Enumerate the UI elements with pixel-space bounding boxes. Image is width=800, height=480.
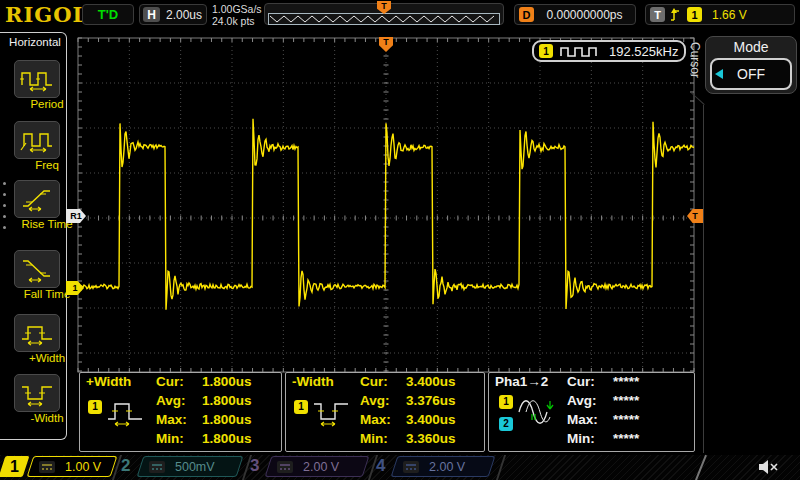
sidebar-title: Horizontal	[4, 36, 66, 48]
sidebar-item-freq[interactable]: Freq	[14, 121, 80, 171]
ch1-badge: 1	[88, 400, 102, 414]
ch1-coupling-icon	[39, 461, 55, 473]
ch1-badge: 1	[499, 395, 513, 409]
rising-edge-icon	[669, 6, 682, 23]
waveform-display	[77, 36, 695, 373]
ch4-coupling-icon	[403, 461, 419, 473]
ch1-badge: 1	[294, 400, 308, 414]
horizontal-timebase-box[interactable]: H 2.00us	[139, 4, 207, 25]
ch3-scale: 2.00 V	[303, 460, 339, 474]
square-wave-icon	[559, 44, 601, 58]
freq-channel-badge: 1	[539, 44, 553, 58]
ch1-scale: 1.00 V	[65, 460, 101, 474]
sidebar-item-pos-width[interactable]: +Width	[14, 314, 80, 364]
ch3-scale-box[interactable]: 2.00 V	[265, 456, 370, 477]
period-icon	[19, 65, 55, 93]
measure-panel-pos-width[interactable]: +Width 1 Cur:1.800us Avg:1.800us Max:1.8…	[79, 372, 282, 452]
freq-icon	[19, 126, 55, 154]
trigger-badge: T	[650, 7, 665, 22]
ch4-number[interactable]: 4	[376, 456, 385, 476]
ch2-badge: 2	[499, 417, 513, 431]
phase-measure-icon	[517, 395, 555, 429]
cursor-mode-off-button[interactable]: OFF	[710, 58, 792, 90]
ch2-scale-box[interactable]: 500mV	[137, 456, 244, 477]
measure-panel-phase[interactable]: Pha1→2 1 2 Cur:***** Avg:***** Max:*****…	[488, 372, 695, 452]
left-arrow-icon	[715, 69, 723, 79]
ch1-scale-box[interactable]: 1.00 V	[27, 456, 118, 477]
ch3-number[interactable]: 3	[250, 456, 259, 476]
timebase-value: 2.00us	[166, 8, 202, 22]
cursor-menu-label: Cursor	[688, 42, 702, 78]
pos-width-icon	[19, 319, 55, 347]
mode-value: OFF	[737, 66, 765, 82]
sidebar-item-neg-width[interactable]: -Width	[14, 374, 80, 424]
sidebar-item-period[interactable]: Period	[14, 60, 80, 110]
rise-time-icon	[19, 185, 55, 213]
top-status-bar: RIGOL T'D H 2.00us 1.00GSa/s 24.0k pts T…	[0, 0, 800, 30]
delay-value: 0.00000000ps	[546, 8, 622, 22]
ch3-coupling-icon	[277, 461, 293, 473]
ch4-scale-box[interactable]: 2.00 V	[391, 456, 496, 477]
delay-badge: D	[519, 7, 534, 22]
speaker-muted-icon[interactable]	[757, 458, 781, 476]
acquisition-info: 1.00GSa/s 24.0k pts	[212, 3, 262, 27]
freq-value: 192.525kHz	[609, 44, 678, 59]
ch2-scale: 500mV	[175, 460, 215, 474]
trigger-delay-box[interactable]: D 0.00000000ps	[514, 4, 636, 25]
measure-panel-neg-width[interactable]: -Width 1 Cur:3.400us Avg:3.376us Max:3.4…	[285, 372, 485, 452]
ch4-scale: 2.00 V	[429, 460, 465, 474]
neg-width-icon	[19, 379, 55, 407]
ch2-coupling-icon	[149, 461, 165, 473]
h-badge: H	[143, 7, 160, 22]
cursor-mode-panel: Mode OFF	[705, 36, 797, 94]
trigger-settings-box[interactable]: T 1 1.66 V	[645, 4, 795, 25]
ch2-number[interactable]: 2	[121, 456, 130, 476]
neg-width-measure-icon	[312, 395, 352, 429]
frequency-counter-badge: 1 192.525kHz	[532, 40, 686, 62]
rigol-logo: RIGOL	[5, 2, 88, 27]
channel-status-bar: 1 1.00 V 2 500mV 3 2.00 V 4	[0, 455, 800, 480]
fall-time-icon	[19, 255, 55, 283]
sample-rate: 1.00GSa/s	[212, 3, 262, 15]
trigger-status-text: T'D	[98, 7, 118, 22]
trigger-source-badge: 1	[687, 7, 702, 22]
trigger-level-value: 1.66 V	[712, 8, 747, 22]
trigger-status-box[interactable]: T'D	[82, 4, 134, 25]
mode-title: Mode	[706, 39, 796, 55]
sidebar-page-dots	[3, 182, 6, 229]
menu-separator	[703, 105, 704, 453]
memory-depth: 24.0k pts	[212, 15, 262, 27]
pos-width-measure-icon	[106, 395, 146, 429]
